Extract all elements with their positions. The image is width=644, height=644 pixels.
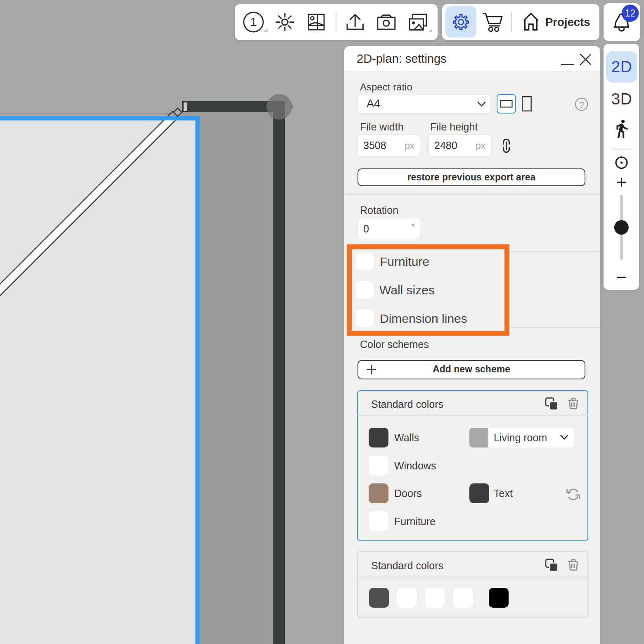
svg-text:Projects: Projects — [545, 16, 590, 28]
svg-text:?: ? — [579, 100, 584, 109]
svg-text:12: 12 — [625, 8, 636, 19]
svg-text:1: 1 — [250, 15, 257, 28]
